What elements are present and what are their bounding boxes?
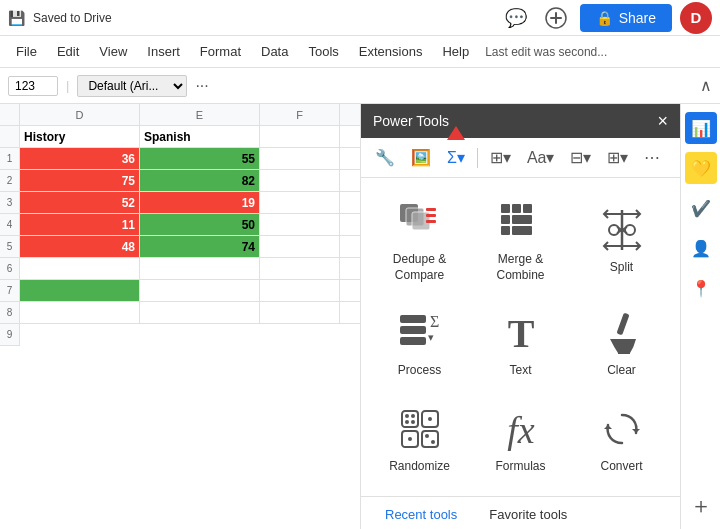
menu-tools[interactable]: Tools (300, 40, 346, 63)
cell-d7 (20, 280, 140, 301)
col-e-header[interactable]: Spanish (140, 126, 260, 147)
svg-point-32 (405, 420, 409, 424)
cell-d4[interactable]: 11 (20, 214, 140, 235)
top-bar: 💾 Saved to Drive 💬 🔒 Share D (0, 0, 720, 36)
tool-formulas[interactable]: fx Formulas (470, 393, 571, 489)
tool-merge[interactable]: Merge & Combine (470, 186, 571, 297)
panel-tool-layout[interactable]: ⊟▾ (564, 144, 597, 171)
col-header-f: F (260, 104, 340, 125)
cell-reference-input[interactable] (8, 76, 58, 96)
merge-label: Merge & Combine (478, 252, 563, 283)
menu-edit[interactable]: Edit (49, 40, 87, 63)
panel-tool-settings[interactable]: 🔧 (369, 144, 401, 171)
menu-view[interactable]: View (91, 40, 135, 63)
collapse-button[interactable]: ∧ (700, 76, 712, 95)
svg-rect-6 (426, 208, 436, 211)
svg-point-31 (411, 414, 415, 418)
panel-close-button[interactable]: × (657, 112, 668, 130)
text-label: Text (509, 363, 531, 379)
svg-point-39 (425, 434, 429, 438)
menu-data[interactable]: Data (253, 40, 296, 63)
svg-rect-22 (400, 326, 426, 334)
drive-icon: 💾 (8, 10, 25, 26)
col-d-header[interactable]: History (20, 126, 140, 147)
panel-tabs: Recent tools Favorite tools (361, 496, 680, 529)
cell-d1[interactable]: 36 (20, 148, 140, 169)
tool-process[interactable]: Σ ▾ Process (369, 297, 470, 393)
toolbar: | Default (Ari... ··· ∧ (0, 68, 720, 104)
tool-split[interactable]: Split (571, 186, 672, 297)
cell-f1 (260, 148, 340, 169)
panel-tool-text[interactable]: Aa▾ (521, 144, 561, 171)
menu-format[interactable]: Format (192, 40, 249, 63)
cell-e3[interactable]: 19 (140, 192, 260, 213)
cell-d8 (20, 302, 140, 323)
tool-text[interactable]: T Text (470, 297, 571, 393)
dedupe-label: Dedupe &Compare (393, 252, 446, 283)
table-row: History Spanish (20, 126, 360, 148)
menu-extensions[interactable]: Extensions (351, 40, 431, 63)
red-arrow-indicator (447, 126, 465, 140)
svg-rect-29 (402, 411, 418, 427)
convert-icon (600, 407, 644, 451)
tool-randomize[interactable]: Randomize (369, 393, 470, 489)
menu-bar: File Edit View Insert Format Data Tools … (0, 36, 720, 68)
svg-point-30 (405, 414, 409, 418)
formulas-label: Formulas (495, 459, 545, 475)
svg-rect-23 (400, 337, 426, 345)
cell-d2[interactable]: 75 (20, 170, 140, 191)
svg-rect-7 (426, 214, 436, 217)
right-sidebar: 📊 💛 ✔️ 👤 📍 ＋ (680, 104, 720, 529)
cell-e2[interactable]: 82 (140, 170, 260, 191)
cell-d5[interactable]: 48 (20, 236, 140, 257)
tab-recent-tools[interactable]: Recent tools (369, 497, 473, 529)
font-selector[interactable]: Default (Ari... (77, 75, 187, 97)
sidebar-add-button[interactable]: ＋ (690, 491, 712, 521)
col-header-d: D (20, 104, 140, 125)
table-row: 75 82 (20, 170, 360, 192)
sidebar-keep-icon[interactable]: 💛 (685, 152, 717, 184)
sidebar-contacts-icon[interactable]: 👤 (685, 232, 717, 264)
cell-e6 (140, 258, 260, 279)
sidebar-sheets-icon[interactable]: 📊 (685, 112, 717, 144)
cell-f3 (260, 192, 340, 213)
cell-e4[interactable]: 50 (140, 214, 260, 235)
more-options-button[interactable]: ··· (191, 75, 212, 97)
panel-tool-formula[interactable]: Σ▾ (441, 144, 471, 171)
add-icon[interactable] (540, 2, 572, 34)
panel-tool-table[interactable]: ⊞▾ (601, 144, 634, 171)
panel-title: Power Tools (373, 113, 449, 129)
svg-rect-11 (523, 204, 532, 213)
table-row (20, 280, 360, 302)
row-numbers: 1 2 3 4 5 6 7 8 9 (0, 126, 20, 346)
tool-dedupe[interactable]: Dedupe &Compare (369, 186, 470, 297)
formulas-icon: fx (499, 407, 543, 451)
menu-help[interactable]: Help (434, 40, 477, 63)
split-label: Split (610, 260, 633, 276)
menu-insert[interactable]: Insert (139, 40, 188, 63)
panel-tool-image[interactable]: 🖼️ (405, 144, 437, 171)
svg-rect-27 (616, 313, 629, 336)
svg-point-33 (411, 420, 415, 424)
dedupe-icon (398, 200, 442, 244)
cell-e5[interactable]: 74 (140, 236, 260, 257)
comment-icon[interactable]: 💬 (500, 2, 532, 34)
cell-f5 (260, 236, 340, 257)
tab-favorite-tools[interactable]: Favorite tools (473, 497, 583, 529)
randomize-label: Randomize (389, 459, 450, 475)
svg-text:▾: ▾ (428, 331, 434, 343)
col-f-header (260, 126, 340, 147)
cell-e1[interactable]: 55 (140, 148, 260, 169)
panel-tool-grid[interactable]: ⊞▾ (484, 144, 517, 171)
tool-clear[interactable]: Clear (571, 297, 672, 393)
tool-convert[interactable]: Convert (571, 393, 672, 489)
text-icon: T (499, 311, 543, 355)
share-button[interactable]: 🔒 Share (580, 4, 672, 32)
svg-rect-15 (512, 226, 532, 235)
avatar[interactable]: D (680, 2, 712, 34)
sidebar-tasks-icon[interactable]: ✔️ (685, 192, 717, 224)
menu-file[interactable]: File (8, 40, 45, 63)
sidebar-maps-icon[interactable]: 📍 (685, 272, 717, 304)
panel-tool-more[interactable]: ⋯ (638, 144, 666, 171)
cell-d3[interactable]: 52 (20, 192, 140, 213)
